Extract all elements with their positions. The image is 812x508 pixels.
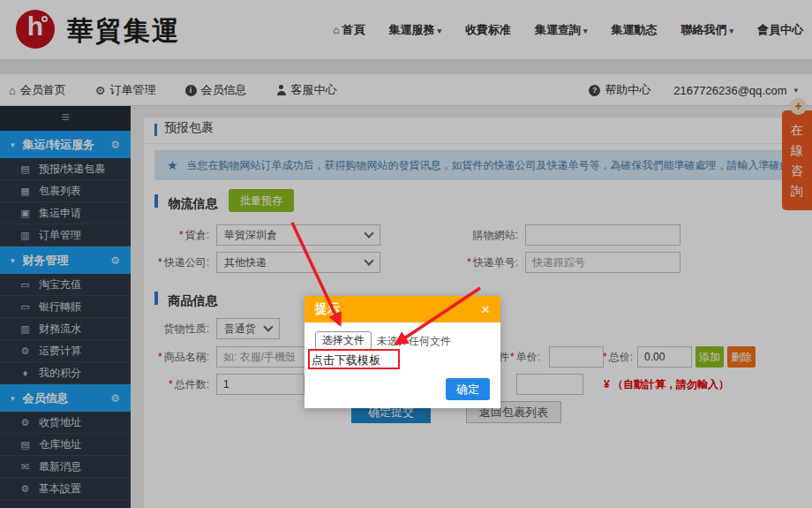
modal-backdrop (0, 0, 812, 508)
close-icon[interactable]: × (481, 302, 490, 317)
app-root: h 華貿集運 ⌂首頁 集運服務▾ 收費标准 集運查詢▾ 集運動态 聯絡我們▾ 會… (0, 0, 812, 508)
dialog-header: 提示 × (304, 296, 500, 322)
ok-button[interactable]: 确定 (446, 378, 490, 400)
upload-dialog: 提示 × 选择文件 未选择任何文件 点击下载模板 确定 (304, 296, 500, 408)
download-template-link[interactable]: 点击下载模板 (312, 353, 380, 368)
choose-file-button[interactable]: 选择文件 (315, 331, 372, 350)
dialog-title: 提示 (315, 301, 481, 317)
no-file-text: 未选择任何文件 (377, 334, 451, 349)
